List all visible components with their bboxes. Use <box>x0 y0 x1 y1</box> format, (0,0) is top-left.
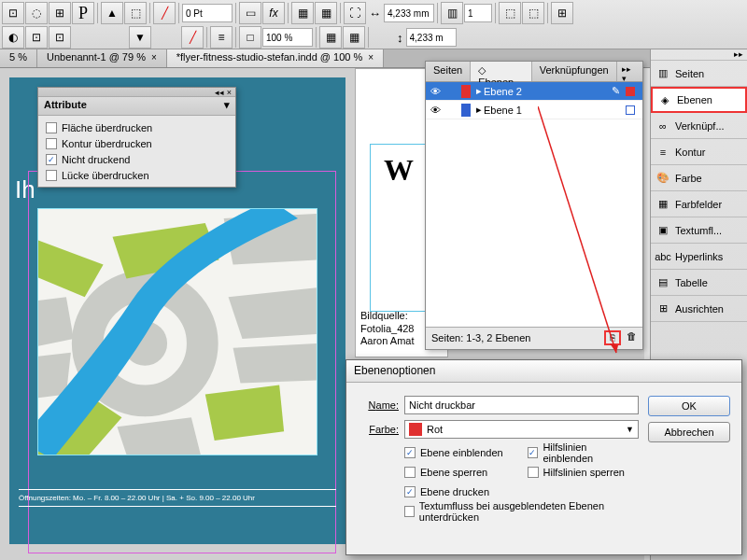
top-toolbar: ⊡ ◌ ⊞ P ▲ ⬚ ╱ ▭ fx ▦ ▦ ⛶ ↔ ▥ ⬚ ⬚ ⊞ ◐ ⊡ ⊡… <box>0 0 747 49</box>
layer-color-select[interactable]: Rot ▼ <box>404 420 639 439</box>
panel-tab-ebenen[interactable]: ◇ Ebenen <box>471 62 531 81</box>
checkbox[interactable] <box>46 138 57 149</box>
checkbox[interactable]: ✓ <box>404 447 416 458</box>
panel-button-farbfelder[interactable]: ▦Farbfelder <box>651 191 747 217</box>
fx-button[interactable]: fx <box>262 2 285 24</box>
width-input[interactable] <box>384 4 434 22</box>
checkbox[interactable]: ✓ <box>404 486 416 497</box>
text-tool-icon[interactable]: P <box>72 2 94 24</box>
panel-tab-seiten[interactable]: Seiten <box>426 62 471 81</box>
panel-menu-icon[interactable]: ▸▸ ▾ <box>617 62 642 81</box>
panel-button-hyperlinks[interactable]: abcHyperlinks <box>651 244 747 270</box>
attribute-row[interactable]: ✓Nicht druckend <box>46 151 228 167</box>
height-input[interactable] <box>406 28 457 47</box>
attributes-header[interactable]: Attribute ▾ <box>38 97 235 116</box>
tool-btn[interactable]: ◐ <box>2 26 24 49</box>
cancel-button[interactable]: Abbrechen <box>648 422 730 442</box>
close-icon[interactable]: × <box>368 52 374 63</box>
dialog-checkbox-row[interactable]: Hilfslinien sperren <box>528 464 640 481</box>
checkbox[interactable] <box>404 506 415 517</box>
dialog-checkbox-row[interactable]: Textumfluss bei ausgeblendeten Ebenen un… <box>404 503 639 520</box>
stroke-icon: ≡ <box>656 146 669 159</box>
close-icon[interactable]: × <box>151 52 157 63</box>
delete-layer-icon[interactable]: 🗑 <box>627 330 637 345</box>
checkbox[interactable] <box>404 467 416 478</box>
tool-btn[interactable]: ▼ <box>129 26 151 49</box>
checkbox-label: Ebene sperren <box>420 467 487 478</box>
tool-btn[interactable]: ⬚ <box>522 2 544 24</box>
color-icon: 🎨 <box>656 172 669 185</box>
tool-btn[interactable]: ▦ <box>343 26 365 49</box>
zoom-input[interactable] <box>262 28 313 47</box>
tool-btn[interactable]: ⊡ <box>2 2 24 24</box>
panel-button-tabelle[interactable]: ▤Tabelle <box>651 270 747 296</box>
panel-button-farbe[interactable]: 🎨Farbe <box>651 165 747 191</box>
panel-button-ebenen[interactable]: ◈Ebenen <box>651 87 747 113</box>
layer-name: Ebene 1 <box>484 105 626 116</box>
pages-icon: ▥ <box>656 67 669 80</box>
doc-tab[interactable]: *flyer-fitness-studio-stefan.indd @ 100 … <box>167 49 384 67</box>
panel-button-label: Textumfl... <box>675 225 722 236</box>
layer-name-input[interactable] <box>404 396 639 414</box>
no-stroke-icon[interactable]: ╱ <box>153 2 176 24</box>
tool-btn[interactable]: ▦ <box>319 26 342 49</box>
checkbox[interactable]: ✓ <box>46 154 57 165</box>
panel-menu-icon[interactable]: ▾ <box>224 99 230 113</box>
dock-grip[interactable]: ▸▸ <box>651 49 747 61</box>
tool-btn[interactable]: □ <box>239 26 261 49</box>
panel-button-label: Ebenen <box>677 94 712 105</box>
attribute-row[interactable]: Lücke überdrucken <box>46 167 228 183</box>
tool-btn[interactable]: ⊡ <box>25 26 48 49</box>
tool-btn[interactable]: ⊡ <box>49 26 71 49</box>
layers-panel: Seiten ◇ Ebenen Verknüpfungen ▸▸ ▾ 👁▸Ebe… <box>425 61 643 350</box>
stroke-weight-input[interactable] <box>182 4 233 22</box>
dialog-checkbox-row[interactable]: Ebene sperren <box>404 464 516 481</box>
panel-button-ausrichten[interactable]: ⊞Ausrichten <box>651 296 747 322</box>
checkbox[interactable]: ✓ <box>528 447 539 458</box>
visibility-icon[interactable]: 👁 <box>426 105 444 116</box>
tool-btn[interactable]: ▦ <box>315 2 337 24</box>
checkbox[interactable] <box>46 170 57 181</box>
tool-btn[interactable]: ▦ <box>291 2 314 24</box>
dialog-checkbox-row[interactable]: ✓Ebene drucken <box>404 483 516 500</box>
doc-tab[interactable]: Unbenannt-1 @ 79 %× <box>37 49 167 67</box>
panel-button-verknüpf[interactable]: ∞Verknüpf... <box>651 113 747 139</box>
no-fill-icon[interactable]: ╱ <box>181 26 204 49</box>
crop-icon[interactable]: ⛶ <box>344 2 366 24</box>
tool-btn[interactable]: ◌ <box>25 2 48 24</box>
panel-button-label: Hyperlinks <box>675 251 723 262</box>
disclosure-icon[interactable]: ▸ <box>474 104 484 116</box>
tool-btn[interactable]: ▥ <box>441 2 463 24</box>
layer-row[interactable]: 👁▸Ebene 2✎ <box>426 82 642 101</box>
color-swatch <box>409 423 422 436</box>
tool-btn[interactable]: ▭ <box>239 2 261 24</box>
doc-tab[interactable]: 5 % <box>0 49 37 67</box>
tool-btn[interactable]: ⬚ <box>124 2 147 24</box>
checkbox[interactable] <box>528 467 539 478</box>
visibility-icon[interactable]: 👁 <box>426 86 444 97</box>
attributes-panel: ◂◂ × Attribute ▾ Fläche überdruckenKontu… <box>37 87 236 188</box>
tool-btn[interactable]: ⊞ <box>551 2 573 24</box>
ok-button[interactable]: OK <box>648 396 730 416</box>
placed-image[interactable] <box>37 208 317 455</box>
attribute-row[interactable]: Kontur überdrucken <box>46 135 228 151</box>
panel-tab-verknuepfungen[interactable]: Verknüpfungen <box>532 62 617 81</box>
tool-btn[interactable]: ≡ <box>210 26 233 49</box>
checkbox[interactable] <box>46 122 57 133</box>
attribute-row[interactable]: Fläche überdrucken <box>46 119 228 135</box>
layers-status-text: Seiten: 1-3, 2 Ebenen <box>431 332 530 343</box>
tool-btn[interactable]: ⬚ <box>499 2 521 24</box>
dialog-checkbox-row[interactable]: ✓Hilfslinien einblenden <box>528 444 640 461</box>
disclosure-icon[interactable]: ▸ <box>474 85 484 97</box>
layer-row[interactable]: 👁▸Ebene 1 <box>426 101 642 119</box>
tool-btn[interactable]: ▲ <box>101 2 123 24</box>
panel-button-label: Seiten <box>675 68 704 79</box>
dialog-checkbox-row[interactable]: ✓Ebene einblenden <box>404 444 516 461</box>
panel-button-textumfl[interactable]: ▣Textumfl... <box>651 217 747 244</box>
panel-button-seiten[interactable]: ▥Seiten <box>651 61 747 87</box>
count-input[interactable] <box>464 4 492 22</box>
panel-grip[interactable]: ◂◂ × <box>38 88 235 97</box>
panel-button-kontur[interactable]: ≡Kontur <box>651 139 747 165</box>
tool-btn[interactable]: ⊞ <box>49 2 71 24</box>
new-layer-button[interactable]: ⎘ <box>604 330 621 345</box>
